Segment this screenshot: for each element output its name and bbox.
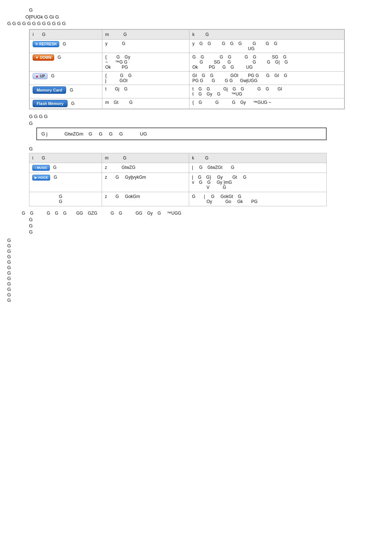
col-header-k: k G: [189, 30, 344, 40]
bottom-item: G: [7, 238, 385, 243]
col2-header-m: m G: [102, 153, 189, 163]
top-line2: O[PUGk G Gi G: [7, 14, 385, 20]
row5-left: Flash Memory G: [30, 98, 102, 109]
second-below-line4: G: [7, 229, 385, 235]
down-button[interactable]: ▼ DOWN: [33, 54, 54, 61]
main-table: i G m G k G ↻ REFRESH G y: [29, 29, 344, 109]
table-row: ▼ DOWN G { G Gy ~ ™G G Ok PG G G G G G: [30, 53, 344, 72]
up-button[interactable]: ▲ UP: [33, 73, 48, 79]
flash-memory-label: Flash Memory: [37, 101, 64, 106]
table-row: ▶ VOICE G z G GyljvykGm | G G} Gy Gt G v…: [29, 173, 327, 192]
refresh-label: REFRESH: [39, 42, 57, 46]
row3-right: GI G G GOI PG G G GI G PG G G G G GwjUGG: [189, 72, 344, 85]
row2-mid: { G Gy ~ ™G G Ok PG: [102, 53, 189, 72]
down-icon: ▼: [35, 56, 39, 60]
row1-left: ↻ REFRESH G: [30, 40, 102, 53]
row4-left: Memory Card G: [30, 85, 102, 98]
row5-right: { G G G Gy ™GUG ~: [189, 98, 344, 109]
top-text2: O[PUGk G Gi G: [25, 14, 59, 20]
text-box: G j GtwZGm G G G G UG: [36, 127, 327, 140]
bottom-item: G: [7, 297, 385, 303]
row2-1-mid: z GtwZG: [102, 163, 189, 173]
row2-3-left: G G: [29, 192, 102, 206]
row2-2-right: | G G} Gy Gt G v G G Gy }mG V G: [189, 173, 327, 192]
table-row: Flash Memory G m Gt G { G G G Gy ™GUG ~: [30, 98, 344, 109]
second-below-line2: G: [7, 217, 385, 222]
top-g-line: G: [7, 7, 385, 13]
flash-memory-button[interactable]: Flash Memory: [33, 100, 68, 107]
voice-icon: ▶: [34, 176, 37, 179]
row1-mid: y G: [102, 40, 189, 53]
top-line3: G G G G G G G G G G G G: [7, 21, 385, 26]
second-below-line3: G: [7, 223, 385, 228]
row3-mid: { G G j GOI: [102, 72, 189, 85]
memory-card-button[interactable]: Memory Card: [33, 86, 66, 94]
col-header-m: m G: [102, 30, 189, 40]
memory-card-label: Memory Card: [37, 88, 62, 92]
bottom-item: G: [7, 276, 385, 281]
bottom-item: G: [7, 254, 385, 259]
bottom-g-list: G G G G G G G G G G G G: [7, 238, 385, 303]
row5-mid: m Gt G: [102, 98, 189, 109]
row4-right: t G G Gj G G G G GI t G Gy G ™UG: [189, 85, 344, 98]
voice-button[interactable]: ▶ VOICE: [32, 175, 50, 181]
refresh-button[interactable]: ↻ REFRESH: [33, 41, 59, 47]
table-row: G G z G GokGm G | G GokGt G Oy Go Gk PG: [29, 192, 327, 206]
music-button[interactable]: ♪ MUSIC: [32, 165, 50, 171]
up-icon: ▲: [35, 74, 39, 78]
row2-1-left: ♪ MUSIC G: [29, 163, 102, 173]
top-g1: G: [29, 7, 33, 13]
bottom-item: G: [7, 243, 385, 248]
second-table: i G m G k G ♪ MUSIC G z: [29, 153, 327, 206]
voice-label: VOICE: [38, 176, 48, 179]
bottom-item: G: [7, 248, 385, 254]
below-table-line1: G G G G: [7, 114, 385, 119]
table-row: ▲ UP G { G G j GOI GI G G GOI PG G G GI: [30, 72, 344, 85]
bottom-item: G: [7, 292, 385, 297]
music-label: MUSIC: [37, 166, 48, 170]
row2-2-left: ▶ VOICE G: [29, 173, 102, 192]
row2-1-right: | G GtwZGt G: [189, 163, 327, 173]
table-row: Memory Card G t Gj G t G G Gj G G G G GI…: [30, 85, 344, 98]
second-below-line1: G G G G G GG GZG G G GG Gy G ™UGG: [7, 211, 385, 216]
row2-3-right: G | G GokGt G Oy Go Gk PG: [189, 192, 327, 206]
bottom-item: G: [7, 259, 385, 265]
row4-mid: t Gj G: [102, 85, 189, 98]
row1-right: y G G G G G G G G UG: [189, 40, 344, 53]
row2-left: ▼ DOWN G: [30, 53, 102, 72]
col-header-i: i G: [30, 30, 102, 40]
col2-header-k: k G: [189, 153, 327, 163]
bottom-item: G: [7, 265, 385, 270]
music-icon: ♪: [34, 166, 36, 170]
up-label: UP: [40, 74, 45, 78]
row3-left: ▲ UP G: [30, 72, 102, 85]
text-box-below: G: [7, 146, 385, 151]
table-row: ↻ REFRESH G y G y G G G G G G G G: [30, 40, 344, 53]
col2-header-i: i G: [29, 153, 102, 163]
refresh-icon: ↻: [35, 42, 38, 46]
top-text3: G G G G G G G G G G G G: [7, 21, 66, 26]
main-table-container: i G m G k G ↻ REFRESH G y: [29, 29, 345, 109]
row2-right: G G G G G G SG G G SG G G G G| G Ok PG G…: [189, 53, 344, 72]
bottom-item: G: [7, 281, 385, 287]
row2-2-mid: z G GyljvykGm: [102, 173, 189, 192]
text-box-content: G j GtwZGm G G G G UG: [41, 131, 147, 137]
below-table-line2: G: [7, 121, 385, 126]
second-table-container: i G m G k G ♪ MUSIC G z: [29, 153, 327, 206]
bottom-item: G: [7, 287, 385, 292]
down-label: DOWN: [40, 56, 52, 60]
table-row: ♪ MUSIC G z GtwZG | G GtwZGt G: [29, 163, 327, 173]
bottom-item: G: [7, 270, 385, 276]
row2-3-mid: z G GokGm: [102, 192, 189, 206]
